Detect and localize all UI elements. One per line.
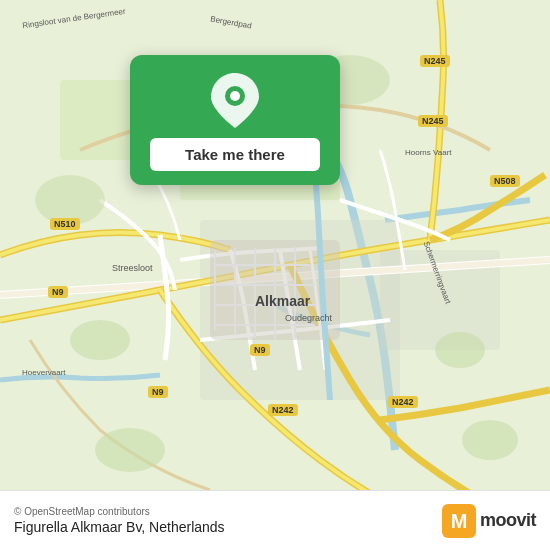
road-label-hoornse-vaart: Hoorns Vaart xyxy=(405,148,452,157)
moovit-m-icon: M xyxy=(442,504,476,538)
road-badge-n9-3: N9 xyxy=(250,344,270,356)
take-me-there-button[interactable]: Take me there xyxy=(150,138,320,171)
osm-credit: © OpenStreetMap contributors xyxy=(14,506,225,517)
road-badge-n9-1: N9 xyxy=(48,286,68,298)
location-card[interactable]: Take me there xyxy=(130,55,340,185)
svg-point-24 xyxy=(230,91,240,101)
city-label-alkmaar: Alkmaar xyxy=(255,293,310,309)
road-badge-n9-2: N9 xyxy=(148,386,168,398)
road-badge-n510: N510 xyxy=(50,218,80,230)
moovit-brand-name: moovit xyxy=(480,510,536,531)
footer-bar: © OpenStreetMap contributors Figurella A… xyxy=(0,490,550,550)
road-badge-n242-1: N242 xyxy=(388,396,418,408)
svg-point-19 xyxy=(95,428,165,472)
svg-point-20 xyxy=(462,420,518,460)
road-badge-n245-2: N245 xyxy=(418,115,448,127)
location-pin-icon xyxy=(211,73,259,128)
road-badge-n245-1: N245 xyxy=(420,55,450,67)
footer-info: © OpenStreetMap contributors Figurella A… xyxy=(14,506,225,535)
road-badge-n242-2: N242 xyxy=(268,404,298,416)
location-name: Figurella Alkmaar Bv, Netherlands xyxy=(14,519,225,535)
svg-point-18 xyxy=(435,332,485,368)
road-label-hoevervaart: Hoevervaart xyxy=(22,368,66,377)
road-badge-n508: N508 xyxy=(490,175,520,187)
svg-text:M: M xyxy=(451,510,468,532)
svg-point-17 xyxy=(70,320,130,360)
moovit-logo: M moovit xyxy=(442,504,536,538)
road-label-oudegracht: Oudegracht xyxy=(285,313,332,323)
road-label-streesloot: Streesloot xyxy=(112,263,153,273)
map-container: N510 N9 N9 N9 N245 N245 N508 N242 N242 A… xyxy=(0,0,550,490)
